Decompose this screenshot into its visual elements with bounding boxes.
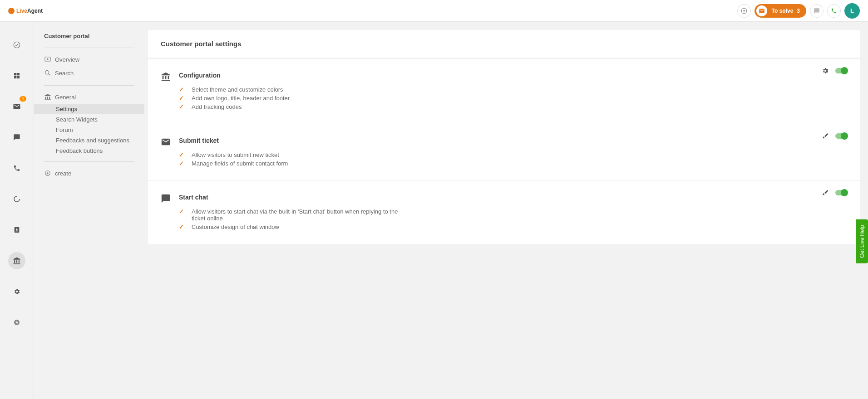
check-icon: ✓ bbox=[179, 160, 192, 167]
svg-point-8 bbox=[16, 229, 17, 230]
separator bbox=[44, 48, 134, 48]
logo[interactable]: LiveAgent bbox=[8, 8, 43, 14]
side-sub-forum[interactable]: Forum bbox=[34, 125, 144, 135]
rail-star[interactable] bbox=[8, 314, 25, 331]
side-create[interactable]: create bbox=[34, 166, 144, 180]
separator bbox=[44, 85, 134, 86]
side-sub-label: Feedback buttons bbox=[56, 147, 103, 154]
rail-phone[interactable] bbox=[8, 160, 25, 177]
feature-text: Allow visitors to start chat via the bui… bbox=[192, 208, 406, 222]
side-create-label: create bbox=[55, 170, 71, 177]
svg-rect-5 bbox=[17, 76, 20, 78]
feature-text: Add tracking codes bbox=[192, 103, 242, 110]
side-sub-label: Settings bbox=[56, 106, 77, 112]
feature-item: ✓Add own logo, title, header and footer bbox=[179, 94, 406, 102]
feature-list: ✓Allow visitors to submit new ticket ✓Ma… bbox=[179, 151, 847, 168]
side-search-label: Search bbox=[55, 70, 74, 77]
bank-icon bbox=[44, 93, 55, 101]
layout: 1 Customer portal Overview bbox=[0, 22, 868, 399]
svg-point-6 bbox=[14, 196, 20, 202]
design-button[interactable] bbox=[822, 132, 829, 140]
side-general[interactable]: General bbox=[34, 90, 144, 104]
feature-item: ✓Customize design of chat window bbox=[179, 223, 406, 231]
rail-settings[interactable] bbox=[8, 283, 25, 300]
toggle-submit-ticket[interactable] bbox=[835, 133, 847, 139]
page-title: Customer portal settings bbox=[161, 40, 847, 48]
apps-icon bbox=[13, 72, 20, 79]
design-button[interactable] bbox=[822, 189, 829, 196]
chat-icon bbox=[161, 194, 179, 231]
feature-item: ✓Allow visitors to start chat via the bu… bbox=[179, 207, 406, 223]
avatar[interactable]: L bbox=[844, 3, 860, 19]
paint-icon bbox=[822, 189, 829, 196]
svg-rect-2 bbox=[14, 73, 16, 75]
live-help-tab[interactable]: Get Live Help bbox=[856, 219, 868, 263]
configure-button[interactable] bbox=[822, 67, 829, 74]
logo-live: Live bbox=[16, 8, 27, 14]
plus-circle-icon bbox=[740, 7, 748, 15]
svg-rect-4 bbox=[14, 76, 16, 78]
phone-button[interactable] bbox=[827, 4, 841, 18]
block-title: Start chat bbox=[179, 194, 847, 201]
side-sub-label: Feedbacks and suggestions bbox=[56, 137, 129, 144]
chat-icon bbox=[13, 134, 20, 141]
svg-point-12 bbox=[45, 71, 49, 74]
side-panel: Customer portal Overview Search General … bbox=[34, 22, 144, 399]
svg-rect-3 bbox=[17, 73, 20, 75]
paint-icon bbox=[822, 132, 829, 140]
toggle-start-chat[interactable] bbox=[835, 190, 847, 195]
feature-list: ✓Select theme and customize colors ✓Add … bbox=[179, 85, 847, 111]
add-button[interactable] bbox=[737, 4, 751, 18]
star-circle-icon bbox=[13, 319, 20, 326]
logo-agent: Agent bbox=[27, 8, 43, 14]
check-icon: ✓ bbox=[179, 103, 192, 110]
rail-mail[interactable]: 1 bbox=[8, 98, 25, 115]
check-icon: ✓ bbox=[179, 224, 192, 230]
block-start-chat: Start chat ✓Allow visitors to start chat… bbox=[148, 180, 860, 244]
chat-button[interactable] bbox=[810, 4, 824, 18]
side-sub-feedback-buttons[interactable]: Feedback buttons bbox=[34, 146, 144, 156]
phone-icon bbox=[13, 165, 20, 172]
side-sub-feedbacks[interactable]: Feedbacks and suggestions bbox=[34, 135, 144, 146]
svg-point-11 bbox=[47, 58, 48, 60]
check-icon: ✓ bbox=[179, 208, 192, 215]
spinner-icon bbox=[13, 195, 21, 203]
chat-icon bbox=[814, 8, 820, 14]
rail-chat[interactable] bbox=[8, 129, 25, 146]
to-solve-pill[interactable]: To solve 3 bbox=[755, 4, 806, 18]
logo-icon bbox=[8, 8, 15, 14]
bank-icon bbox=[161, 72, 179, 111]
bank-icon bbox=[13, 257, 21, 265]
side-overview[interactable]: Overview bbox=[34, 53, 144, 66]
feature-item: ✓Select theme and customize colors bbox=[179, 85, 406, 94]
to-solve-label: To solve bbox=[772, 8, 794, 14]
separator bbox=[44, 161, 134, 162]
contact-icon bbox=[13, 226, 20, 234]
side-sub-settings[interactable]: Settings bbox=[34, 104, 144, 114]
avatar-initial: L bbox=[850, 7, 854, 14]
feature-item: ✓Allow visitors to submit new ticket bbox=[179, 151, 406, 159]
header: LiveAgent To solve 3 L bbox=[0, 0, 868, 22]
feature-text: Manage fields of submit contact form bbox=[192, 160, 288, 167]
side-sub-search-widgets[interactable]: Search Widgets bbox=[34, 114, 144, 125]
rail-loading[interactable] bbox=[8, 190, 25, 208]
feature-text: Allow visitors to submit new ticket bbox=[192, 151, 279, 158]
live-help-label: Get Live Help bbox=[859, 225, 865, 258]
check-icon: ✓ bbox=[179, 151, 192, 158]
side-sub-label: Forum bbox=[56, 127, 73, 133]
feature-item: ✓Add tracking codes bbox=[179, 102, 406, 111]
toggle-configuration[interactable] bbox=[835, 68, 847, 73]
feature-text: Customize design of chat window bbox=[192, 224, 279, 230]
check-icon: ✓ bbox=[179, 95, 192, 102]
plus-circle-icon bbox=[44, 170, 55, 177]
side-search[interactable]: Search bbox=[34, 66, 144, 80]
rail-dashboard[interactable] bbox=[8, 36, 25, 54]
rail-customer-portal[interactable] bbox=[8, 252, 25, 269]
feature-text: Select theme and customize colors bbox=[192, 86, 283, 93]
rail-apps[interactable] bbox=[8, 67, 25, 84]
feature-item: ✓Manage fields of submit contact form bbox=[179, 159, 406, 168]
mail-badge: 1 bbox=[20, 96, 26, 102]
check-circle-icon bbox=[13, 41, 21, 49]
rail-contacts[interactable] bbox=[8, 221, 25, 238]
phone-icon bbox=[831, 8, 837, 14]
